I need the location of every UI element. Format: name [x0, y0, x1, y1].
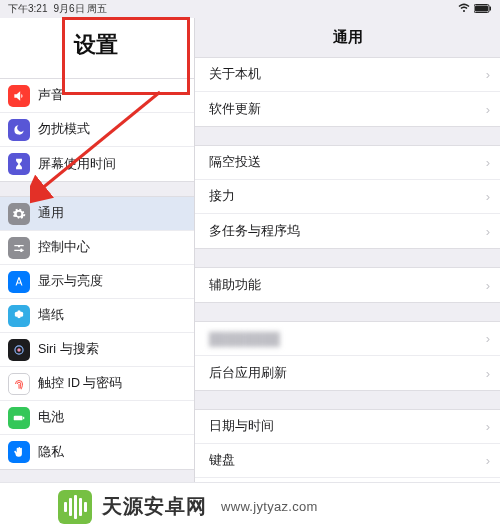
- row-update[interactable]: 软件更新 ›: [195, 92, 500, 126]
- chevron-right-icon: ›: [486, 224, 490, 239]
- status-date: 9月6日 周五: [53, 2, 107, 16]
- row-bgapprefresh[interactable]: 后台应用刷新 ›: [195, 356, 500, 390]
- row-airdrop[interactable]: 隔空投送 ›: [195, 146, 500, 180]
- row-label: 键盘: [209, 452, 486, 469]
- sidebar-item-general[interactable]: 通用: [0, 197, 194, 231]
- row-accessibility[interactable]: 辅助功能 ›: [195, 268, 500, 302]
- row-datetime[interactable]: 日期与时间 ›: [195, 410, 500, 444]
- row-label: ████████: [209, 332, 486, 346]
- row-label: 辅助功能: [209, 277, 486, 294]
- sidebar-item-battery[interactable]: 电池: [0, 401, 194, 435]
- row-label: 后台应用刷新: [209, 365, 486, 382]
- sidebar-item-label: 声音: [38, 87, 184, 104]
- row-multitask[interactable]: 多任务与程序坞 ›: [195, 214, 500, 248]
- chevron-right-icon: ›: [486, 278, 490, 293]
- sidebar-item-dnd[interactable]: 勿扰模式: [0, 113, 194, 147]
- watermark-logo-icon: [58, 490, 92, 524]
- row-label: 日期与时间: [209, 418, 486, 435]
- battery-icon: [474, 4, 492, 15]
- chevron-right-icon: ›: [486, 189, 490, 204]
- row-handoff[interactable]: 接力 ›: [195, 180, 500, 214]
- sidebar-item-screentime[interactable]: 屏幕使用时间: [0, 147, 194, 181]
- sidebar-item-sound[interactable]: 声音: [0, 79, 194, 113]
- row-label: 接力: [209, 188, 486, 205]
- sidebar-item-label: 显示与亮度: [38, 273, 184, 290]
- sidebar-item-label: 触控 ID 与密码: [38, 375, 184, 392]
- row-about[interactable]: 关于本机 ›: [195, 58, 500, 92]
- svg-rect-2: [490, 6, 492, 10]
- sidebar-group: 声音 勿扰模式 屏幕使用时间: [0, 78, 194, 182]
- chevron-right-icon: ›: [486, 419, 490, 434]
- sidebar-item-label: 隐私: [38, 444, 184, 461]
- sidebar-title: 设置: [0, 18, 194, 78]
- siri-icon: [8, 339, 30, 361]
- sidebar-item-label: 通用: [38, 205, 184, 222]
- status-time: 下午3:21: [8, 2, 47, 16]
- detail-group: 隔空投送 › 接力 › 多任务与程序坞 ›: [195, 145, 500, 249]
- sidebar-group: 通用 控制中心 显示与亮度 墙纸 Siri 与搜索: [0, 196, 194, 470]
- sidebar-item-display[interactable]: 显示与亮度: [0, 265, 194, 299]
- wifi-icon: [458, 3, 470, 15]
- flower-icon: [8, 305, 30, 327]
- sidebar: 设置 声音 勿扰模式 屏幕使用时间: [0, 18, 195, 530]
- chevron-right-icon: ›: [486, 155, 490, 170]
- sidebar-item-control[interactable]: 控制中心: [0, 231, 194, 265]
- svg-rect-1: [475, 5, 488, 11]
- chevron-right-icon: ›: [486, 67, 490, 82]
- row-label: 多任务与程序坞: [209, 223, 486, 240]
- battery-icon: [8, 407, 30, 429]
- chevron-right-icon: ›: [486, 453, 490, 468]
- watermark-url: www.jytyaz.com: [221, 499, 318, 514]
- chevron-right-icon: ›: [486, 331, 490, 346]
- sidebar-item-label: 控制中心: [38, 239, 184, 256]
- sidebar-item-label: 电池: [38, 409, 184, 426]
- detail-scroll[interactable]: 关于本机 › 软件更新 › 隔空投送 › 接力 ›: [195, 57, 500, 530]
- hand-icon: [8, 441, 30, 463]
- svg-point-4: [17, 348, 21, 352]
- hourglass-icon: [8, 153, 30, 175]
- gear-icon: [8, 203, 30, 225]
- sidebar-item-label: 勿扰模式: [38, 121, 184, 138]
- row-label: 隔空投送: [209, 154, 486, 171]
- detail-group: 关于本机 › 软件更新 ›: [195, 57, 500, 127]
- detail-group: 辅助功能 ›: [195, 267, 500, 303]
- screen: 下午3:21 9月6日 周五 设置 声音 勿扰模式: [0, 0, 500, 530]
- sliders-icon: [8, 237, 30, 259]
- row-keyboard[interactable]: 键盘 ›: [195, 444, 500, 478]
- row-label: 软件更新: [209, 101, 486, 118]
- split-panes: 设置 声音 勿扰模式 屏幕使用时间: [0, 18, 500, 530]
- row-redacted[interactable]: ████████ ›: [195, 322, 500, 356]
- moon-icon: [8, 119, 30, 141]
- text-icon: [8, 271, 30, 293]
- sidebar-item-privacy[interactable]: 隐私: [0, 435, 194, 469]
- speaker-icon: [8, 85, 30, 107]
- watermark-brand: 天源安卓网: [102, 493, 207, 520]
- detail-title: 通用: [195, 18, 500, 57]
- sidebar-item-label: 墙纸: [38, 307, 184, 324]
- sidebar-item-label: Siri 与搜索: [38, 341, 184, 358]
- chevron-right-icon: ›: [486, 102, 490, 117]
- sidebar-item-label: 屏幕使用时间: [38, 156, 184, 173]
- status-bar: 下午3:21 9月6日 周五: [0, 0, 500, 18]
- row-label: 关于本机: [209, 66, 486, 83]
- svg-rect-5: [14, 415, 23, 420]
- sidebar-item-siri[interactable]: Siri 与搜索: [0, 333, 194, 367]
- sidebar-item-wallpaper[interactable]: 墙纸: [0, 299, 194, 333]
- chevron-right-icon: ›: [486, 366, 490, 381]
- detail-pane: 通用 关于本机 › 软件更新 › 隔空投送 ›: [195, 18, 500, 530]
- svg-rect-6: [23, 416, 24, 418]
- sidebar-item-touchid[interactable]: 触控 ID 与密码: [0, 367, 194, 401]
- watermark: 天源安卓网 www.jytyaz.com: [0, 482, 500, 530]
- detail-group: ████████ › 后台应用刷新 ›: [195, 321, 500, 391]
- fingerprint-icon: [8, 373, 30, 395]
